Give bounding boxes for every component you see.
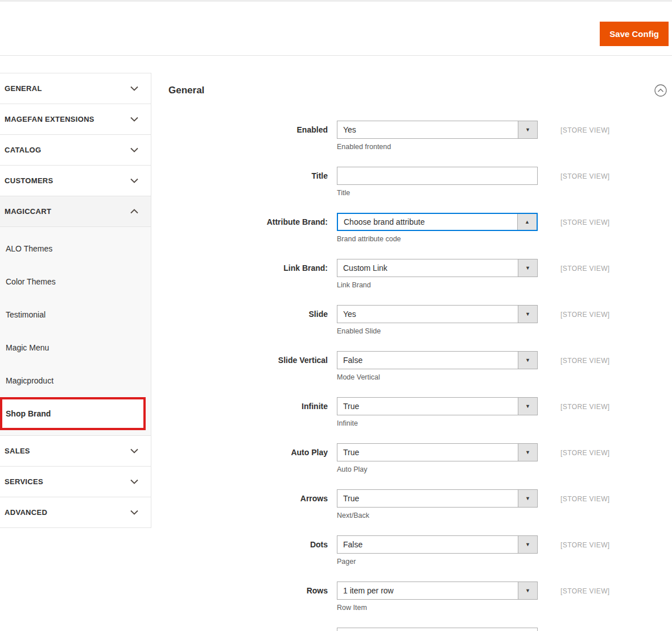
sidebar-section-services[interactable]: SERVICES bbox=[0, 467, 151, 497]
field-helper: Next/Back bbox=[337, 512, 538, 519]
field-row-enabled: EnabledYes▼Enabled frontend[STORE VIEW] bbox=[168, 121, 672, 167]
select-slide-vertical[interactable]: False▼ bbox=[337, 351, 538, 369]
select-value: 1 item per row bbox=[337, 582, 518, 599]
sidebar-section-general[interactable]: GENERAL bbox=[0, 73, 151, 104]
field-control: Yes▼Enabled frontend bbox=[337, 121, 538, 151]
scope-label: [STORE VIEW] bbox=[560, 213, 610, 226]
sidebar-subnav: ALO ThemesColor ThemesTestimonialMagic M… bbox=[0, 227, 151, 436]
sidebar-item-shop-brand[interactable]: Shop Brand bbox=[0, 397, 146, 430]
field-helper: Enabled Slide bbox=[337, 327, 538, 335]
sidebar-item-label: Magicproduct bbox=[6, 376, 53, 385]
field-control: Title bbox=[337, 167, 538, 197]
sidebar-section-magefan-extensions[interactable]: MAGEFAN EXTENSIONS bbox=[0, 104, 151, 135]
caret-up-icon[interactable]: ▲ bbox=[517, 214, 537, 230]
sidebar-item-label: Shop Brand bbox=[6, 409, 51, 418]
field-control: Custom Link▼Link Brand bbox=[337, 259, 538, 289]
sidebar-section-sales[interactable]: SALES bbox=[0, 436, 151, 467]
select-attribute-brand[interactable]: Choose brand attribute▲ bbox=[337, 213, 538, 231]
sidebar-section-label: MAGICCART bbox=[5, 207, 51, 216]
field-control: True▼Auto Play bbox=[337, 443, 538, 473]
general-form: EnabledYes▼Enabled frontend[STORE VIEW]T… bbox=[168, 121, 672, 631]
sidebar-item-label: Testimonial bbox=[6, 310, 46, 319]
select-value: Choose brand attribute bbox=[338, 214, 517, 230]
sidebar-section-advanced[interactable]: ADVANCED bbox=[0, 497, 151, 528]
scope-label: [STORE VIEW] bbox=[560, 259, 610, 273]
select-arrows[interactable]: True▼ bbox=[337, 489, 538, 508]
caret-down-icon[interactable]: ▼ bbox=[518, 306, 537, 323]
sidebar-item-alo-themes[interactable]: ALO Themes bbox=[0, 232, 151, 265]
sidebar-section-label: SERVICES bbox=[5, 477, 43, 486]
text-input[interactable] bbox=[337, 167, 537, 184]
field-control: Yes▼Enabled Slide bbox=[337, 305, 538, 335]
caret-down-icon[interactable]: ▼ bbox=[518, 352, 537, 369]
select-value: Yes bbox=[337, 121, 518, 138]
select-dots[interactable]: False▼ bbox=[337, 535, 538, 554]
field-helper: Link Brand bbox=[337, 281, 538, 289]
caret-down-icon[interactable]: ▼ bbox=[518, 582, 537, 599]
field-label bbox=[168, 628, 328, 631]
caret-down-icon[interactable]: ▼ bbox=[518, 121, 537, 138]
sidebar-section-label: GENERAL bbox=[5, 84, 42, 93]
scope-label: [STORE VIEW] bbox=[560, 121, 610, 134]
sidebar-section-catalog[interactable]: CATALOG bbox=[0, 135, 151, 166]
select-value: False bbox=[337, 536, 518, 553]
text-field-title[interactable] bbox=[337, 167, 538, 185]
select-auto-play[interactable]: True▼ bbox=[337, 443, 538, 461]
field-control: False▼Pager bbox=[337, 535, 538, 566]
collapse-section-icon[interactable] bbox=[654, 84, 667, 97]
scope-label: [STORE VIEW] bbox=[560, 489, 610, 503]
select-value: True bbox=[337, 490, 518, 507]
sidebar-item-color-themes[interactable]: Color Themes bbox=[0, 265, 151, 298]
field-control: True▼Infinite bbox=[337, 397, 538, 427]
text-input[interactable] bbox=[337, 628, 537, 631]
sidebar-item-label: Magic Menu bbox=[6, 343, 49, 352]
select-value: False bbox=[337, 352, 518, 369]
field-label: Slide Vertical bbox=[168, 351, 328, 365]
select-infinite[interactable]: True▼ bbox=[337, 397, 538, 415]
caret-down-icon[interactable]: ▼ bbox=[518, 490, 537, 507]
field-row-link-brand: Link Brand:Custom Link▼Link Brand[STORE … bbox=[168, 259, 672, 305]
select-rows[interactable]: 1 item per row▼ bbox=[337, 581, 538, 600]
field-control: False▼Mode Vertical bbox=[337, 351, 538, 381]
field-label: Infinite bbox=[168, 397, 328, 411]
sidebar-item-magicproduct[interactable]: Magicproduct bbox=[0, 364, 151, 397]
field-row-infinite: InfiniteTrue▼Infinite[STORE VIEW] bbox=[168, 397, 672, 443]
caret-down-icon[interactable]: ▼ bbox=[518, 536, 537, 553]
field-control: 1 item per row▼Row Item bbox=[337, 581, 538, 612]
field-control bbox=[337, 628, 538, 631]
field-label: Dots bbox=[168, 535, 328, 549]
field-row-partial bbox=[168, 628, 672, 631]
sidebar-section-label: SALES bbox=[5, 447, 30, 455]
sidebar-section-magiccart[interactable]: MAGICCART bbox=[0, 196, 151, 227]
field-row-auto-play: Auto PlayTrue▼Auto Play[STORE VIEW] bbox=[168, 443, 672, 489]
field-row-attribute-brand: Attribute Brand:Choose brand attribute▲B… bbox=[168, 213, 672, 259]
chevron-down-icon bbox=[130, 147, 138, 152]
sidebar-section-label: MAGEFAN EXTENSIONS bbox=[5, 115, 94, 123]
field-label: Rows bbox=[168, 581, 328, 595]
select-value: Custom Link bbox=[337, 259, 518, 277]
field-row-slide-vertical: Slide VerticalFalse▼Mode Vertical[STORE … bbox=[168, 351, 672, 397]
section-title: General bbox=[168, 85, 204, 96]
caret-down-icon[interactable]: ▼ bbox=[518, 259, 537, 277]
sidebar-item-label: Color Themes bbox=[6, 277, 56, 286]
sidebar-section-label: CUSTOMERS bbox=[5, 176, 53, 185]
sidebar-section-customers[interactable]: CUSTOMERS bbox=[0, 166, 151, 196]
chevron-down-icon bbox=[130, 86, 138, 91]
sidebar-item-testimonial[interactable]: Testimonial bbox=[0, 298, 151, 331]
select-link-brand[interactable]: Custom Link▼ bbox=[337, 259, 538, 277]
select-enabled[interactable]: Yes▼ bbox=[337, 121, 538, 139]
text-field-partial[interactable] bbox=[337, 628, 538, 631]
field-helper: Pager bbox=[337, 558, 538, 566]
section-header: General bbox=[168, 82, 667, 99]
caret-down-icon[interactable]: ▼ bbox=[518, 398, 537, 415]
sidebar-item-magic-menu[interactable]: Magic Menu bbox=[0, 331, 151, 364]
select-slide[interactable]: Yes▼ bbox=[337, 305, 538, 323]
field-row-rows: Rows1 item per row▼Row Item[STORE VIEW] bbox=[168, 581, 672, 628]
caret-down-icon[interactable]: ▼ bbox=[518, 444, 537, 461]
save-config-button[interactable]: Save Config bbox=[600, 22, 669, 46]
chevron-down-icon bbox=[130, 479, 138, 484]
select-value: Yes bbox=[337, 306, 518, 323]
scope-label: [STORE VIEW] bbox=[560, 443, 610, 457]
sidebar-section-label: CATALOG bbox=[5, 146, 41, 154]
sidebar-item-label: ALO Themes bbox=[6, 244, 52, 253]
